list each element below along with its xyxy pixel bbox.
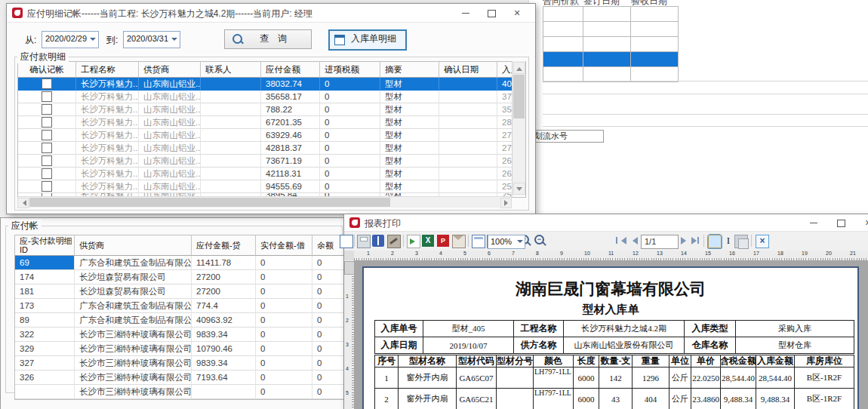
- table-row[interactable]: 长沙市三湘特种玻璃有限公司00: [15, 385, 347, 399]
- confirm-checkbox[interactable]: [42, 104, 52, 115]
- table-row[interactable]: 长沙万科魅力...山东南山铝业...63929.460型材276: [18, 129, 525, 142]
- table-row[interactable]: 181长沙坦森贸易有限公司2720000: [15, 284, 347, 299]
- column-header[interactable]: 应付金额-贷: [192, 235, 256, 256]
- vertical-scrollbar[interactable]: [512, 61, 525, 195]
- table-row[interactable]: [543, 6, 679, 22]
- book-icon[interactable]: [372, 235, 384, 247]
- zoom-combobox[interactable]: 100%: [488, 235, 525, 249]
- minimize-button[interactable]: [802, 215, 826, 230]
- mail-icon[interactable]: [452, 235, 466, 248]
- last-page-button[interactable]: [691, 236, 700, 245]
- pdf-icon[interactable]: P: [437, 235, 449, 247]
- title-bar[interactable]: 报表打印 ×: [344, 214, 868, 232]
- column-header[interactable]: 工程名称: [76, 62, 139, 78]
- scroll-down-icon[interactable]: [516, 187, 522, 194]
- inbound-detail-button[interactable]: 入库单明细: [328, 29, 407, 51]
- minimize-button[interactable]: [454, 5, 478, 20]
- table-row[interactable]: 长沙万科魅力...山东南山铝业...42118.310型材265: [18, 168, 525, 180]
- table-row[interactable]: 326长沙市三湘特种玻璃有限公司7193.6400: [15, 371, 347, 385]
- cell: 376: [497, 91, 512, 103]
- table-row[interactable]: [543, 37, 679, 52]
- table-row[interactable]: 长沙万科魅力...山东南山铝业...35658.170型材376: [18, 91, 525, 103]
- cell: 0: [256, 313, 312, 328]
- next-page-button[interactable]: [679, 236, 688, 245]
- table-row[interactable]: 长沙万科魅力...山东南山铝业...788.220型材358: [18, 103, 525, 116]
- table-row[interactable]: 长沙万科魅力...山东南山铝业...42818.370型材275: [18, 142, 525, 155]
- maximize-button[interactable]: [829, 215, 853, 230]
- horizontal-scrollbar[interactable]: [17, 197, 512, 208]
- close-button[interactable]: ×: [505, 5, 529, 20]
- title-bar[interactable]: 应付明细记帐------当前工程: 长沙万科魅力之城4.2期------当前用户…: [7, 4, 535, 23]
- column-header[interactable]: 摘要: [380, 62, 439, 78]
- horizontal-ruler: 123456789101112131415161718192021: [354, 251, 868, 261]
- detail-column-header: 型材代码: [457, 355, 497, 367]
- first-page-button[interactable]: [616, 236, 625, 245]
- confirm-checkbox[interactable]: [42, 91, 52, 102]
- maximize-button[interactable]: [479, 5, 503, 20]
- excel-icon[interactable]: X: [422, 235, 434, 247]
- text-select-tool-icon[interactable]: I: [722, 235, 734, 247]
- column-header[interactable]: 供货商: [139, 62, 201, 78]
- print-icon[interactable]: [357, 235, 371, 248]
- confirm-checkbox[interactable]: [42, 117, 52, 128]
- scrollbar-thumb[interactable]: [513, 75, 525, 118]
- to-date-combobox[interactable]: 2020/03/31: [123, 31, 180, 48]
- cell: [192, 385, 256, 399]
- confirm-checkbox[interactable]: [42, 155, 52, 166]
- scroll-up-icon[interactable]: [516, 64, 522, 71]
- table-row[interactable]: 329长沙市三湘特种玻璃有限公司10790.4600: [15, 342, 347, 356]
- table-row[interactable]: 长沙万科魅力...山东南山铝业...38032.740型材405: [18, 78, 525, 91]
- page-indicator-input[interactable]: 1/1: [641, 235, 679, 249]
- table-row[interactable]: 173广东合和建筑五金制品有限公司774.400: [15, 299, 347, 313]
- table-row[interactable]: 322长沙市三湘特种玻璃有限公司9839.3400: [15, 328, 347, 342]
- table-row[interactable]: 327长沙市三湘特种玻璃有限公司9839.3400: [15, 356, 347, 371]
- ruler-number: 21: [850, 251, 856, 256]
- column-header[interactable]: 实付金额-借: [256, 235, 312, 256]
- cell: 长沙万科魅力...: [76, 168, 139, 180]
- table-row[interactable]: 89广东合和建筑五金制品有限公司40963.9200: [15, 313, 347, 328]
- scrollbar-thumb[interactable]: [29, 198, 390, 207]
- preview-area[interactable]: 湖南巨晟门窗幕墙有限公司 型材入库单 入库单号型材_405工程名称长沙万科魅力之…: [354, 260, 868, 409]
- hand-tool-icon[interactable]: [708, 235, 722, 248]
- confirm-checkbox[interactable]: [42, 143, 52, 153]
- close-preview-icon[interactable]: ×: [756, 235, 769, 248]
- zoom-out-icon[interactable]: −: [534, 235, 544, 244]
- scroll-right-icon[interactable]: [504, 200, 511, 206]
- query-button[interactable]: 查 询: [224, 29, 312, 49]
- two-page-icon[interactable]: [472, 235, 485, 248]
- prev-page-button[interactable]: [627, 236, 636, 245]
- ruler-scroll-button[interactable]: [344, 261, 355, 275]
- table-row[interactable]: 69广东合和建筑五金制品有限公司11411.7800: [15, 256, 347, 270]
- table-row[interactable]: [543, 52, 679, 67]
- confirm-checkbox[interactable]: [42, 130, 52, 140]
- table-row[interactable]: 长沙万科魅力...山东南山铝业...67201.350型材283: [18, 116, 525, 129]
- detail-column-header: 数量-支: [599, 355, 633, 367]
- confirm-checkbox[interactable]: [42, 168, 52, 179]
- column-header[interactable]: 进项税额: [320, 62, 380, 78]
- close-button[interactable]: ×: [856, 215, 868, 230]
- table-row[interactable]: [543, 22, 679, 37]
- column-header[interactable]: 应付金额: [261, 62, 320, 78]
- column-header[interactable]: 联系人: [201, 62, 261, 78]
- scroll-left-icon[interactable]: [20, 200, 26, 206]
- options-icon[interactable]: [387, 235, 401, 248]
- page-setup-icon[interactable]: [340, 235, 353, 248]
- copy-tool-icon[interactable]: [734, 235, 748, 248]
- plan-serial-field[interactable]: 计划流水号: [528, 130, 604, 143]
- table-row[interactable]: [543, 67, 679, 82]
- confirm-checkbox[interactable]: [42, 181, 52, 192]
- cell: 275: [497, 142, 512, 155]
- column-header[interactable]: 应-实付款明细ID: [15, 235, 75, 256]
- column-header[interactable]: 确认记帐: [18, 62, 76, 78]
- column-header[interactable]: 确认日期: [439, 62, 497, 78]
- from-date-combobox[interactable]: 2020/02/29: [42, 31, 99, 48]
- table-row[interactable]: 长沙万科魅力...山东南山铝业...73671.190型材266: [18, 155, 525, 168]
- detail-cell: 9,488.34: [756, 389, 795, 409]
- ruler-number: 2: [346, 318, 349, 323]
- confirm-checkbox[interactable]: [42, 78, 52, 89]
- column-header[interactable]: 入库: [497, 62, 512, 78]
- export-icon[interactable]: [407, 235, 420, 248]
- table-row[interactable]: 174长沙坦森贸易有限公司2720000: [15, 270, 347, 284]
- table-row[interactable]: 长沙万科魅力...山东南山铝业...94555.690型材251: [18, 180, 525, 193]
- column-header[interactable]: 供货商: [75, 235, 192, 256]
